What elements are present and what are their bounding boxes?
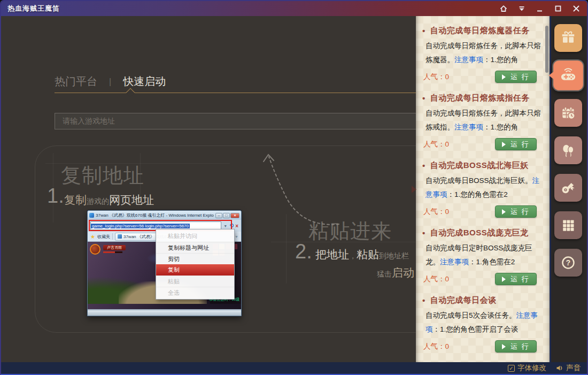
svg-text:?: ?	[566, 258, 571, 267]
context-menu-item[interactable]: 粘贴	[156, 275, 234, 287]
text-segment: 启动	[392, 265, 414, 280]
home-icon[interactable]	[499, 4, 508, 13]
skin-dropdown-icon[interactable]	[517, 4, 526, 13]
maximize-button[interactable]	[553, 4, 562, 13]
titlebar: 热血海贼王魔笛	[1, 1, 587, 16]
player-portrait	[90, 244, 100, 255]
context-menu-item[interactable]: 粘贴并访问	[156, 231, 234, 242]
platform-tabs: 热门平台 | 快速启动	[55, 74, 166, 89]
ie-logo-icon	[89, 213, 94, 218]
desc-text: ：1.您的角色需开启了会谈	[433, 325, 519, 333]
bullet-icon: •	[422, 94, 425, 103]
gamepad-icon	[560, 67, 577, 84]
input-placeholder: 请输入游戏地址	[63, 117, 115, 126]
task-footer: 人气：0运 行	[422, 71, 542, 83]
popularity-label: 人气：0	[423, 342, 449, 351]
desc-text: ：1.您的角	[483, 56, 518, 64]
play-icon	[502, 209, 506, 215]
step1-heading: 复制地址	[61, 162, 144, 189]
help-icon: ?	[560, 255, 576, 271]
sound-toggle[interactable]: 声音	[556, 363, 581, 373]
tab-underline	[55, 93, 416, 93]
bullet-icon: •	[422, 228, 425, 238]
window-controls	[499, 4, 581, 13]
font-modify-toggle[interactable]: ✓ 字体修改	[508, 363, 546, 373]
sidebar-button-grid-icon[interactable]	[554, 211, 582, 239]
tab-quick-launch[interactable]: 快速启动	[123, 74, 166, 89]
run-button[interactable]: 运 行	[495, 138, 537, 150]
text-segment: 复制	[64, 193, 87, 208]
desc-text: ：1.角色需在2	[469, 258, 515, 266]
ie-titlebar: 37wan 《武易》双线670服 魂引之灯 - Windows Internet…	[88, 211, 241, 220]
sidebar-button-scroll-icon[interactable]	[554, 174, 582, 202]
desc-text: 自动完成每日5次会谈任务。	[425, 311, 516, 319]
context-menu-item[interactable]: 复制	[156, 264, 234, 275]
scroll-icon	[560, 180, 576, 196]
text-segment: 游戏的	[87, 197, 109, 206]
task-list: •自动完成每日熔炼魔器任务自动完成每日熔炼任务，此脚本只熔炼魔器。注意事项：1.…	[416, 16, 550, 353]
text-segment: ，	[349, 251, 357, 261]
task-desc: 自动完成每日熔炼任务，此脚本只熔炼戒指。注意事项：1.您的角	[425, 106, 544, 134]
context-menu: 粘贴并访问复制标题与网址剪切复制粘贴全选	[156, 229, 235, 300]
minimize-button[interactable]	[535, 4, 544, 13]
task-title: •自动完成BOSS战北海巨妖	[422, 160, 542, 171]
task-item: •自动完成每日熔炼戒指任务自动完成每日熔炼任务，此脚本只熔炼戒指。注意事项：1.…	[416, 93, 550, 150]
popularity-label: 人气：0	[423, 72, 449, 82]
notice-link[interactable]: 注意事项	[440, 258, 469, 266]
ie-stop-icon: ×	[235, 223, 238, 229]
notice-link[interactable]: 注意事项	[454, 123, 483, 131]
scrollbar-thumb[interactable]	[545, 26, 548, 73]
popularity-label: 人气：0	[423, 140, 449, 149]
app-window: 热血海贼王魔笛	[0, 0, 588, 375]
context-menu-item[interactable]: 全选	[156, 287, 234, 298]
checkbox-icon: ✓	[508, 365, 515, 372]
favorites-label: 收藏夹	[97, 234, 110, 240]
context-menu-item[interactable]: 剪切	[156, 253, 234, 264]
star-icon: ★	[90, 234, 95, 240]
run-button[interactable]: 运 行	[495, 273, 537, 285]
browser-screenshot: 37wan 《武易》双线670服 魂引之灯 - Windows Internet…	[87, 210, 242, 316]
run-button[interactable]: 运 行	[495, 205, 537, 218]
game-address-input[interactable]: 请输入游戏地址	[55, 113, 416, 129]
sidebar-button-help-icon[interactable]: ?	[554, 249, 582, 277]
ie-maximize-icon: □	[223, 213, 230, 218]
sidebar-button-calendar-clock-icon[interactable]	[554, 99, 582, 127]
popularity-label: 人气：0	[423, 207, 449, 217]
text-segment: 把地址	[315, 247, 349, 262]
active-tab-caret	[126, 88, 135, 97]
font-modify-label: 字体修改	[517, 363, 546, 373]
task-title: •自动完成BOSS战庞克巨龙	[422, 228, 542, 238]
run-button[interactable]: 运 行	[495, 340, 537, 353]
sidebar-button-gamepad-icon[interactable]	[553, 60, 583, 90]
ie-close-icon: ×	[230, 213, 239, 218]
task-panel: •自动完成每日熔炼魔器任务自动完成每日熔炼任务，此脚本只熔炼魔器。注意事项：1.…	[416, 16, 550, 362]
play-icon	[502, 74, 506, 80]
step1-number: 1.	[47, 185, 64, 208]
close-button[interactable]	[571, 4, 581, 13]
bullet-icon: •	[422, 26, 425, 35]
tab-hot-platforms[interactable]: 热门平台	[55, 74, 97, 89]
speaker-icon	[556, 364, 563, 372]
context-menu-item[interactable]: 复制标题与网址	[156, 242, 234, 253]
play-icon	[502, 344, 506, 349]
bullet-icon: •	[422, 296, 425, 305]
window-title: 热血海贼王魔笛	[7, 4, 60, 13]
balloons-icon	[560, 142, 576, 158]
main-area: 热门平台 | 快速启动 请输入游戏地址 复制地址 1. 复制游戏的网页地址 粘贴…	[1, 16, 416, 362]
desc-text: ：1.您的角色需在2	[447, 190, 508, 198]
task-title: •自动完成每日熔炼魔器任务	[422, 26, 542, 36]
grid-icon	[560, 217, 576, 233]
panel-collapse-arrow[interactable]	[412, 186, 416, 193]
notice-link[interactable]: 注意事项	[454, 56, 483, 64]
divider	[112, 233, 113, 240]
tab-separator: |	[109, 77, 111, 87]
run-button[interactable]: 运 行	[495, 71, 537, 83]
sidebar-button-balloons-icon[interactable]	[554, 136, 582, 164]
sidebar-button-gift-icon[interactable]	[554, 24, 582, 52]
step2-subtext: 把地址，粘贴到地址栏	[315, 247, 409, 262]
task-title: •自动完成每日熔炼戒指任务	[422, 93, 542, 103]
desc-text: ：1.您的角	[483, 123, 518, 131]
calendar-clock-icon	[560, 105, 576, 121]
play-icon	[502, 277, 506, 282]
ie-status-bar	[88, 310, 241, 316]
